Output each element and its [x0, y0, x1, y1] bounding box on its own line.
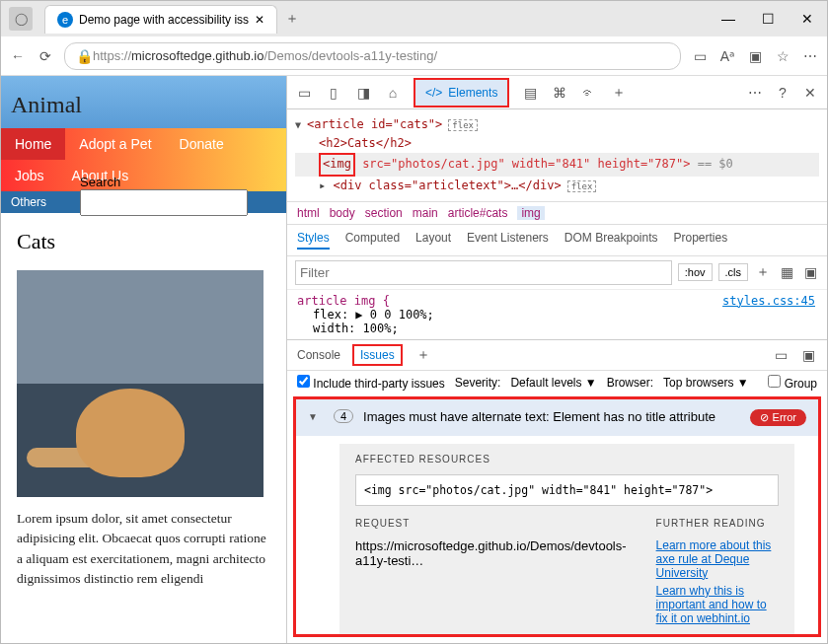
request-title: REQUEST	[355, 518, 627, 529]
severity-dropdown[interactable]: Default levels ▼	[510, 376, 596, 390]
more-menu-button[interactable]: ⋯	[801, 47, 819, 65]
affected-resources-title: AFFECTED RESOURCES	[355, 454, 779, 465]
drawer-tabs: Console Issues ＋ ▭ ▣	[287, 339, 827, 370]
tab-elements[interactable]: </>Elements	[414, 78, 509, 107]
back-button[interactable]: ←	[9, 47, 27, 65]
dom-selected-img[interactable]: <img src="photos/cat.jpg" width="841" he…	[295, 153, 819, 176]
issue-detail: AFFECTED RESOURCES <img src="photos/cat.…	[339, 444, 794, 637]
stylesheet-link[interactable]: styles.css:45	[722, 294, 815, 308]
reader-view-icon[interactable]: ▭	[691, 47, 709, 65]
issues-panel: 4 Images must have alternate text: Eleme…	[293, 396, 821, 637]
further-reading-title: FURTHER READING	[656, 518, 779, 529]
browser-dropdown[interactable]: Top browsers ▼	[663, 376, 749, 390]
devtools-toolbar: ▭ ▯ ◨ ⌂ </>Elements ▤ ⌘ ᯤ ＋ ⋯ ? ✕	[287, 76, 827, 109]
further-reading-link-2[interactable]: Learn why this is important and how to f…	[656, 584, 779, 625]
site-brand: Animal	[11, 92, 276, 118]
home-icon[interactable]: ⌂	[384, 84, 402, 102]
issue-row[interactable]: 4 Images must have alternate text: Eleme…	[296, 399, 818, 436]
styles-filter-row: :hov .cls ＋ ▦ ▣	[287, 255, 827, 289]
tab-network-icon[interactable]: ᯤ	[580, 84, 598, 102]
request-url[interactable]: https://microsoftedge.github.io/Demos/de…	[355, 538, 627, 568]
devtools-more-icon[interactable]: ⋯	[746, 84, 764, 102]
page-pane: Animal Search Home Adopt a Pet Donate Jo…	[1, 76, 287, 643]
search-label: Search	[80, 175, 120, 189]
drawer-issues-tab[interactable]: Issues	[352, 344, 403, 366]
tab-console-icon[interactable]: ▤	[521, 84, 539, 102]
close-button[interactable]: ✕	[788, 1, 827, 36]
read-aloud-icon[interactable]: Aᵃ	[718, 47, 736, 65]
chevron-down-icon[interactable]	[308, 409, 324, 423]
titlebar: ◯ e Demo page with accessibility iss ✕ ＋…	[1, 1, 827, 36]
layout-tab[interactable]: Layout	[415, 231, 451, 250]
maximize-button[interactable]: ☐	[748, 1, 788, 36]
devtools-close-icon[interactable]: ✕	[801, 84, 819, 102]
dom-tree[interactable]: <article id="cats">flex <h2>Cats</h2> <i…	[287, 109, 827, 201]
drawer-dock-icon[interactable]: ▣	[799, 346, 817, 364]
devtools-pane: ▭ ▯ ◨ ⌂ </>Elements ▤ ⌘ ᯤ ＋ ⋯ ? ✕ <artic…	[287, 76, 827, 643]
collections-icon[interactable]: ▣	[746, 47, 764, 65]
page-heading: Cats	[17, 229, 270, 254]
include-tp-checkbox[interactable]: Include third-party issues	[297, 375, 445, 391]
breadcrumb[interactable]: html body section main article#cats img	[287, 201, 827, 224]
nav-home[interactable]: Home	[1, 128, 65, 160]
minimize-button[interactable]: —	[709, 1, 748, 36]
flex-overlay-icon[interactable]: ▦	[778, 263, 795, 281]
nav-adopt[interactable]: Adopt a Pet	[65, 128, 165, 160]
hov-toggle[interactable]: :hov	[678, 263, 713, 281]
dom-breakpoints-tab[interactable]: DOM Breakpoints	[565, 231, 658, 250]
drawer-add-tab[interactable]: ＋	[414, 346, 432, 364]
refresh-button[interactable]: ⟳	[37, 47, 54, 65]
styles-tab[interactable]: Styles	[297, 231, 330, 250]
new-style-rule-icon[interactable]: ＋	[754, 263, 772, 281]
profile-avatar[interactable]: ◯	[9, 7, 33, 31]
favorite-icon[interactable]: ☆	[774, 47, 791, 65]
styles-rule[interactable]: styles.css:45 article img { flex: ▶ 0 0 …	[287, 289, 827, 339]
inspect-icon[interactable]: ▭	[295, 84, 313, 102]
tab-title: Demo page with accessibility iss	[79, 13, 249, 27]
styles-filter-input[interactable]	[295, 260, 672, 285]
computed-toggle-icon[interactable]: ▣	[801, 263, 819, 281]
cls-toggle[interactable]: .cls	[718, 263, 749, 281]
drawer-expand-icon[interactable]: ▭	[772, 346, 790, 364]
tab-add-button[interactable]: ＋	[610, 84, 628, 102]
properties-tab[interactable]: Properties	[674, 231, 728, 250]
drawer-console-tab[interactable]: Console	[297, 348, 340, 362]
browser-tab[interactable]: e Demo page with accessibility iss ✕	[44, 5, 277, 34]
further-reading-link-1[interactable]: Learn more about this axe rule at Deque …	[656, 538, 779, 580]
dock-icon[interactable]: ◨	[354, 84, 372, 102]
computed-tab[interactable]: Computed	[345, 231, 400, 250]
tab-close-icon[interactable]: ✕	[255, 13, 264, 27]
issue-title: Images must have alternate text: Element…	[363, 409, 715, 424]
cat-image	[17, 270, 263, 497]
address-bar[interactable]: 🔒 https://microsoftedge.github.io/Demos/…	[64, 42, 681, 70]
help-icon[interactable]: ?	[774, 84, 791, 102]
issue-count: 4	[334, 409, 353, 423]
event-listeners-tab[interactable]: Event Listeners	[467, 231, 549, 250]
affected-code[interactable]: <img src="photos/cat.jpg" width="841" he…	[355, 474, 779, 506]
tab-sources-icon[interactable]: ⌘	[551, 84, 568, 102]
group-checkbox[interactable]: Group	[768, 375, 817, 391]
url-text: https://microsoftedge.github.io/Demos/de…	[93, 48, 437, 63]
device-toggle-icon[interactable]: ▯	[325, 84, 342, 102]
edge-icon: e	[57, 12, 73, 28]
page-paragraph: Lorem ipsum dolor, sit amet consectetur …	[17, 509, 270, 589]
lock-icon: 🔒	[75, 47, 93, 65]
search-input[interactable]	[80, 189, 248, 216]
nav-jobs[interactable]: Jobs	[1, 160, 58, 191]
styles-tabs: Styles Computed Layout Event Listeners D…	[287, 224, 827, 255]
error-badge: ⊘ Error	[750, 409, 806, 426]
nav-donate[interactable]: Donate	[166, 128, 238, 160]
issues-toolbar: Include third-party issues Severity: Def…	[287, 370, 827, 394]
address-bar-row: ← ⟳ 🔒 https://microsoftedge.github.io/De…	[1, 36, 827, 76]
new-tab-button[interactable]: ＋	[283, 10, 301, 28]
